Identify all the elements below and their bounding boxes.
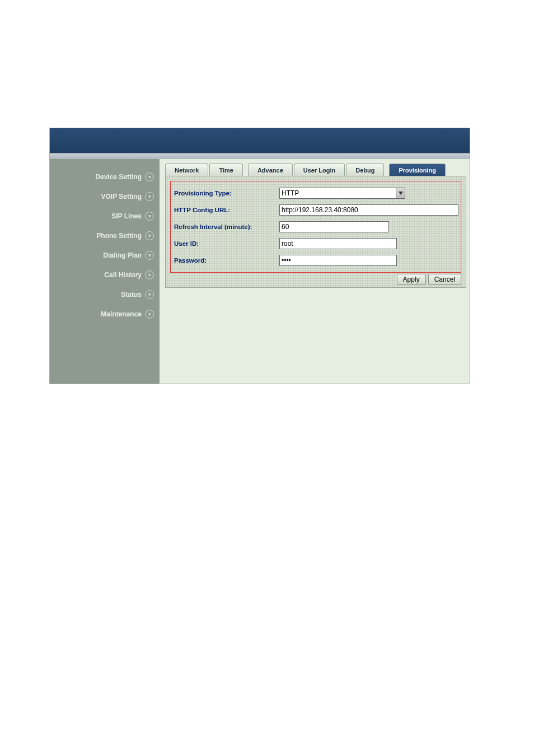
- tab-label: Advance: [257, 167, 283, 174]
- http-config-url-input[interactable]: [279, 204, 458, 216]
- form-panel: Provisioning Type: HTTP Config URL:: [165, 176, 466, 288]
- tab-label: Provisioning: [399, 167, 436, 174]
- svg-marker-0: [399, 192, 403, 195]
- refresh-interval-label: Refresh Interval (minute):: [174, 223, 279, 230]
- tab-label: User Login: [303, 167, 335, 174]
- sidebar-item-label: SIP Lines: [111, 212, 142, 220]
- provisioning-type-label: Provisioning Type:: [174, 190, 279, 197]
- tab-label: Time: [219, 167, 233, 174]
- tab-label: Debug: [355, 167, 374, 174]
- sidebar-item-device-setting[interactable]: Device Setting▾: [50, 167, 160, 186]
- sidebar-item-label: Phone Setting: [96, 232, 142, 240]
- sidebar: Device Setting▾ VOIP Setting▾ SIP Lines▾…: [50, 159, 160, 384]
- password-input[interactable]: [279, 255, 397, 266]
- sidebar-item-phone-setting[interactable]: Phone Setting▾: [50, 226, 160, 245]
- sidebar-item-label: Dialing Plan: [103, 251, 142, 259]
- chevron-down-icon: ▾: [145, 172, 154, 181]
- sidebar-item-sip-lines[interactable]: SIP Lines▾: [50, 206, 160, 226]
- tab-debug[interactable]: Debug: [346, 164, 384, 176]
- tab-user-login[interactable]: User Login: [294, 164, 345, 176]
- tab-network[interactable]: Network: [165, 164, 208, 176]
- sidebar-item-status[interactable]: Status▾: [50, 284, 160, 304]
- tab-advance[interactable]: Advance: [248, 164, 293, 176]
- content-area: Network Time Advance User Login Debug Pr…: [160, 159, 470, 384]
- tab-label: Network: [175, 167, 199, 174]
- header-bar: [50, 128, 470, 153]
- form-body: Provisioning Type: HTTP Config URL:: [166, 176, 466, 287]
- button-bar: Apply Cancel: [397, 274, 461, 285]
- chevron-down-icon: ▾: [145, 251, 154, 260]
- chevron-down-icon: ▾: [145, 270, 154, 279]
- sidebar-item-label: Status: [121, 291, 142, 298]
- user-id-label: User ID:: [174, 240, 279, 247]
- apply-button[interactable]: Apply: [397, 274, 426, 285]
- sidebar-item-voip-setting[interactable]: VOIP Setting▾: [50, 186, 160, 206]
- tab-time[interactable]: Time: [209, 164, 242, 176]
- tab-provisioning[interactable]: Provisioning: [389, 164, 446, 176]
- user-id-input[interactable]: [279, 238, 397, 249]
- highlight-box: Provisioning Type: HTTP Config URL:: [170, 181, 461, 273]
- provisioning-type-select[interactable]: [279, 188, 405, 199]
- refresh-interval-input[interactable]: [279, 221, 389, 232]
- sidebar-item-label: VOIP Setting: [101, 193, 142, 200]
- cancel-button[interactable]: Cancel: [428, 274, 461, 285]
- chevron-down-icon: ▾: [145, 231, 154, 240]
- app-window: Device Setting▾ VOIP Setting▾ SIP Lines▾…: [49, 128, 470, 384]
- sidebar-item-call-history[interactable]: Call History▾: [50, 265, 160, 284]
- password-label: Password:: [174, 257, 279, 264]
- sidebar-item-label: Device Setting: [95, 173, 142, 181]
- sidebar-item-label: Maintenance: [101, 310, 142, 318]
- sidebar-item-maintenance[interactable]: Maintenance▾: [50, 304, 160, 324]
- sidebar-item-dialing-plan[interactable]: Dialing Plan▾: [50, 245, 160, 265]
- dropdown-icon[interactable]: [396, 188, 405, 198]
- chevron-down-icon: ▾: [145, 212, 154, 221]
- http-config-url-label: HTTP Config URL:: [174, 207, 279, 213]
- header-sub: [50, 153, 470, 159]
- tab-bar: Network Time Advance User Login Debug Pr…: [165, 164, 466, 176]
- chevron-down-icon: ▾: [145, 192, 154, 201]
- chevron-down-icon: ▾: [145, 310, 154, 319]
- chevron-down-icon: ▾: [145, 290, 154, 299]
- sidebar-item-label: Call History: [104, 271, 142, 279]
